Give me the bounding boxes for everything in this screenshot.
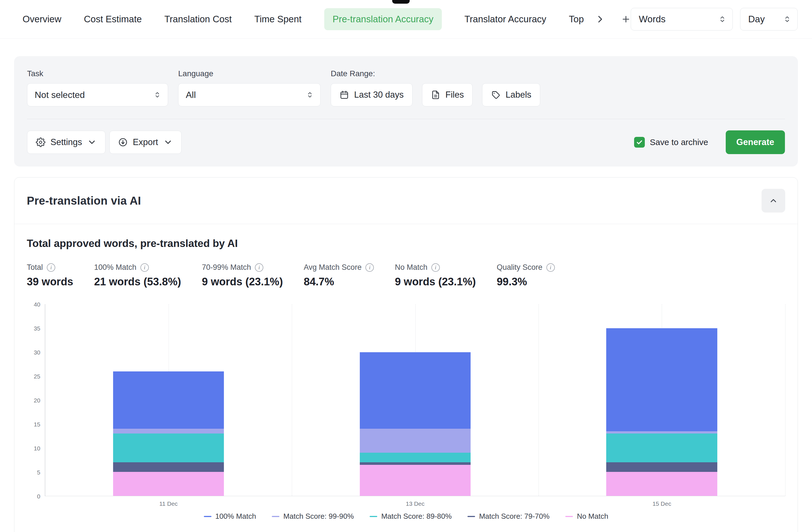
select-arrows-icon: [306, 90, 314, 99]
unit-select[interactable]: Words: [631, 8, 733, 30]
legend-swatch: [565, 516, 573, 517]
info-icon[interactable]: i: [547, 263, 555, 272]
stat-quality-score: Quality Scorei99.3%: [497, 263, 555, 288]
tab-overview[interactable]: Overview: [23, 14, 61, 25]
info-icon[interactable]: i: [141, 263, 149, 272]
y-tick-label: 25: [34, 373, 40, 379]
plus-icon: [621, 14, 631, 24]
stat-70-99-match: 70-99% Matchi9 words (23.1%): [202, 263, 283, 288]
y-tick-label: 5: [37, 470, 40, 475]
stat-avg-match-score: Avg Match Scorei84.7%: [304, 263, 374, 288]
tab-cost-estimate[interactable]: Cost Estimate: [84, 14, 142, 25]
tag-icon: [491, 90, 501, 100]
export-button[interactable]: Export: [110, 131, 182, 154]
legend-label: 100% Match: [215, 512, 256, 521]
generate-button[interactable]: Generate: [726, 130, 785, 154]
y-tick-label: 40: [34, 302, 40, 307]
calendar-icon: [339, 90, 349, 100]
add-report-tab-button[interactable]: [621, 11, 631, 27]
save-to-archive-checkbox[interactable]: Save to archive: [634, 137, 708, 148]
bar-segment-100-match-15-dec: [607, 328, 717, 431]
y-tick-label: 30: [34, 349, 40, 355]
bar-segment-match-score-89-80-13-dec: [360, 453, 471, 462]
stat-total: Totali39 words: [27, 263, 73, 288]
gear-icon: [36, 138, 45, 147]
period-select[interactable]: Day: [740, 8, 798, 30]
legend-label: No Match: [577, 512, 608, 521]
stats-row: Totali39 words100% Matchi21 words (53.8%…: [27, 263, 785, 288]
task-select[interactable]: Not selected: [27, 83, 168, 107]
task-select-value: Not selected: [35, 90, 85, 100]
legend-swatch: [369, 516, 377, 517]
gridline: [538, 304, 539, 496]
checkbox-checked-icon: [634, 137, 645, 148]
save-to-archive-label: Save to archive: [650, 138, 708, 147]
stat-value: 99.3%: [497, 276, 555, 288]
bar-segment-no-match-11-dec: [113, 472, 224, 496]
x-tick-label: 11 Dec: [159, 500, 178, 507]
tabs-scroll-right-button[interactable]: [595, 11, 605, 27]
chevron-down-icon: [87, 138, 97, 147]
legend-item-match-score-79-70[interactable]: Match Score: 79-70%: [467, 512, 550, 521]
stat-label: 70-99% Matchi: [202, 263, 283, 272]
tab-list: OverviewCost EstimateTranslation CostTim…: [23, 8, 584, 30]
tab-pre-translation-accuracy[interactable]: Pre-translation Accuracy: [324, 8, 442, 30]
bar-segment-match-score-99-90-11-dec: [113, 429, 224, 434]
bar-segment-match-score-79-70-11-dec: [113, 462, 224, 472]
stat-100-match: 100% Matchi21 words (53.8%): [94, 263, 181, 288]
unit-select-value: Words: [639, 14, 666, 25]
info-icon[interactable]: i: [47, 263, 55, 272]
stat-label: 100% Matchi: [94, 263, 181, 272]
gridline: [45, 304, 45, 496]
chevron-up-icon: [769, 196, 778, 205]
settings-button[interactable]: Settings: [27, 131, 105, 154]
date-range-button[interactable]: Last 30 days: [331, 83, 412, 107]
x-tick-label: 15 Dec: [652, 500, 671, 507]
y-tick-label: 35: [34, 325, 40, 331]
chart-legend: 100% MatchMatch Score: 99-90%Match Score…: [27, 512, 785, 521]
section-title: Total approved words, pre-translated by …: [27, 238, 785, 250]
legend-item-no-match[interactable]: No Match: [565, 512, 608, 521]
tab-top[interactable]: Top: [569, 14, 584, 25]
y-tick-label: 10: [34, 445, 40, 451]
export-button-label: Export: [133, 137, 158, 147]
date-range-filter-group: Date Range: Last 30 days Files Labels: [331, 69, 540, 107]
stat-value: 9 words (23.1%): [202, 276, 283, 288]
export-icon: [118, 138, 128, 147]
card-title: Pre-translation via AI: [27, 194, 141, 207]
y-tick-label: 20: [34, 397, 40, 403]
legend-item-100-match[interactable]: 100% Match: [204, 512, 256, 521]
chevron-down-icon: [163, 138, 173, 147]
info-icon[interactable]: i: [255, 263, 263, 272]
panel-divider: [27, 119, 785, 119]
labels-button[interactable]: Labels: [482, 83, 540, 107]
bar-segment-match-score-99-90-13-dec: [360, 429, 471, 453]
language-select[interactable]: All: [178, 83, 321, 107]
stacked-bar-chart: 0510152025303540 11 Dec13 Dec15 Dec: [27, 304, 785, 496]
stat-label: No Matchi: [395, 263, 476, 272]
tab-translation-cost[interactable]: Translation Cost: [164, 14, 232, 25]
files-button[interactable]: Files: [422, 83, 473, 107]
top-notch: [392, 0, 410, 4]
tab-translator-accuracy[interactable]: Translator Accuracy: [464, 14, 546, 25]
bar-segment-100-match-13-dec: [360, 352, 471, 429]
gridline: [292, 304, 292, 496]
legend-item-match-score-89-80[interactable]: Match Score: 89-80%: [369, 512, 452, 521]
pre-translation-card: Pre-translation via AI Total approved wo…: [14, 177, 798, 532]
task-label: Task: [27, 69, 168, 78]
tab-time-spent[interactable]: Time Spent: [254, 14, 302, 25]
bar-segment-match-score-89-80-11-dec: [113, 434, 224, 462]
legend-label: Match Score: 89-80%: [381, 512, 452, 521]
legend-swatch: [467, 516, 475, 517]
stat-value: 84.7%: [304, 276, 374, 288]
collapse-card-button[interactable]: [762, 189, 785, 212]
language-select-value: All: [186, 90, 196, 100]
labels-button-label: Labels: [506, 90, 531, 100]
info-icon[interactable]: i: [431, 263, 440, 272]
info-icon[interactable]: i: [365, 263, 374, 272]
bar-segment-match-score-89-80-15-dec: [607, 434, 717, 462]
legend-item-match-score-99-90[interactable]: Match Score: 99-90%: [272, 512, 354, 521]
bar-segment-100-match-11-dec: [113, 372, 224, 429]
stat-value: 9 words (23.1%): [395, 276, 476, 288]
stat-no-match: No Matchi9 words (23.1%): [395, 263, 476, 288]
